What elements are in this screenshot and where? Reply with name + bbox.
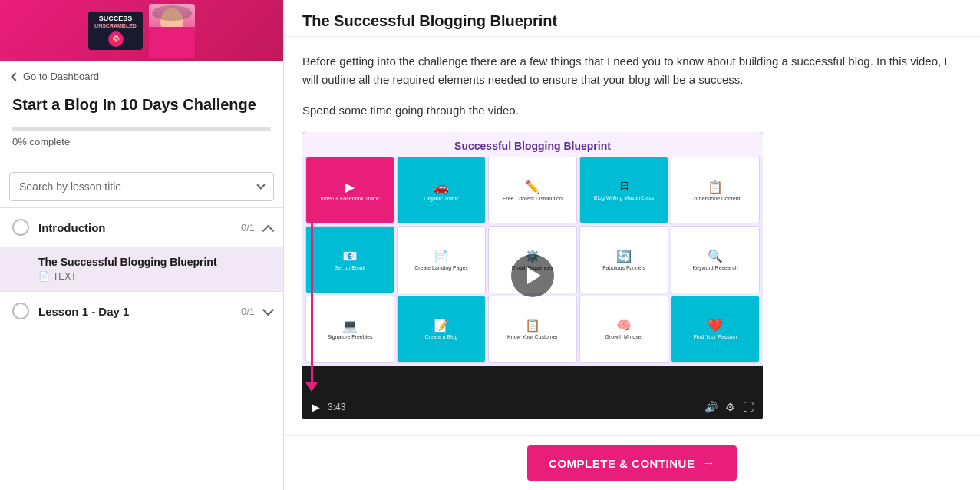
cell-know-customer: 📋 Know Your Customer [488,296,577,363]
complete-button-bar: COMPLETE & CONTINUE → [284,435,980,490]
cell-blog-label: Create a Blog [425,334,458,339]
red-arrow-head-icon [305,382,318,392]
banner-logo: SUCCESS UNSCRAMBLED 🎯 [88,12,143,49]
cell-blog-icon: 📝 [434,318,449,333]
cell-free-content-label: Free Content Distribution [503,196,563,201]
progress-bar-track [12,127,271,131]
content-page-title: The Successful Blogging Blueprint [302,12,962,30]
back-link-label: Go to Dashboard [23,71,99,82]
cell-customer-icon: 📋 [525,318,540,333]
dropdown-arrow-icon [256,180,265,189]
logo-unscrambled-text: UNSCRAMBLED [94,23,137,29]
section-introduction-header[interactable]: Introduction 0/1 [0,208,283,247]
video-play-button[interactable]: ▶ [312,401,320,413]
cell-funnels: 🔄 Fabulous Funnels [579,226,668,293]
cell-funnels-label: Fabulous Funnels [602,265,645,270]
cell-search-icon: 🔍 [708,249,723,263]
cell-video-facebook: ▶ Video + Facebook Traffic [305,157,394,223]
cell-setup-email: 📧 Set up Email [305,226,394,293]
cell-email-icon: 📧 [342,249,358,263]
cell-funnel-icon: 🔄 [616,249,632,263]
cell-clipboard-icon: 📋 [708,180,723,194]
banner-character-image [149,4,195,58]
cell-blog-writing-label: Blog Writing MasterClass [594,195,654,200]
cell-video-label: Video + Facebook Traffic [320,196,379,201]
cell-email-label: Set up Email [335,265,365,270]
red-arrow-line [311,157,313,382]
logo-circle-icon: 🎯 [108,31,124,47]
lesson-blueprint-type: 📄 TEXT [38,271,271,282]
cell-cornerstone: 📋 Cornerstone Content [671,157,760,223]
doc-icon: 📄 [38,271,50,282]
video-player: Successful Blogging Blueprint ▶ Video + … [302,132,763,419]
search-placeholder-text: Search by lesson title [19,180,121,193]
section-lesson1: Lesson 1 - Day 1 0/1 [0,291,283,330]
section-introduction-radio [12,219,29,236]
cell-keyword-research: 🔍 Keyword Research [671,226,760,293]
video-thumbnail: ▶ Video + Facebook Traffic 🚗 Organic Tra… [302,157,763,395]
cell-blog-writing: 🖥 Blog Writing MasterClass [579,157,668,223]
content-header: The Successful Blogging Blueprint [284,0,980,37]
cell-mindset-label: Growth Mindset [605,334,642,339]
cell-passion-label: Find Your Passion [694,334,737,339]
lesson-item-blueprint[interactable]: The Successful Blogging Blueprint 📄 TEXT [0,247,283,291]
red-arrow-decoration [305,157,318,395]
complete-continue-button[interactable]: COMPLETE & CONTINUE → [527,445,737,481]
video-fullscreen-icon[interactable]: ⛶ [743,401,754,413]
cell-monitor-icon: 🖥 [618,180,630,194]
section-introduction-count: 0/1 [241,222,255,233]
cell-play-icon: ▶ [345,180,355,194]
logo-success-text: SUCCESS [94,15,137,23]
section-introduction-title: Introduction [38,221,105,234]
video-settings-icon[interactable]: ⚙ [725,401,735,413]
cell-free-content: ✏️ Free Content Distribution [488,157,577,223]
main-content: The Successful Blogging Blueprint Before… [284,0,980,490]
cell-landing-pages: 📄 Create Landing Pages [397,226,486,293]
cell-keyword-label: Keyword Research [692,265,737,270]
lesson-search-dropdown[interactable]: Search by lesson title [9,172,274,201]
character-body [149,27,195,58]
video-controls: ▶ 3:43 🔊 ⚙ ⛶ [302,395,763,419]
cell-freebies: 💻 Signature Freebies [305,296,394,363]
section-introduction: Introduction 0/1 The Successful Blogging… [0,207,283,291]
progress-text: 0% complete [12,136,271,147]
video-volume-icon[interactable]: 🔊 [704,401,718,413]
section-lesson1-header[interactable]: Lesson 1 - Day 1 0/1 [0,292,283,330]
sidebar: SUCCESS UNSCRAMBLED 🎯 Go to Dashboard St… [0,0,284,490]
back-chevron-icon [11,72,19,81]
content-paragraph-2: Spend some time going through the video. [302,101,962,120]
complete-button-label: COMPLETE & CONTINUE [549,457,695,470]
cell-organic-traffic: 🚗 Organic Traffic [397,157,486,223]
section-lesson1-chevron-down-icon [264,308,271,315]
section-lesson1-radio [12,303,29,319]
cell-car-icon: 🚗 [434,180,449,194]
cell-brain-icon: 🧠 [616,318,632,333]
section-introduction-chevron-up-icon [264,224,271,231]
back-to-dashboard-link[interactable]: Go to Dashboard [0,61,283,91]
section-lesson1-count: 0/1 [241,306,255,317]
play-triangle-icon [527,267,541,284]
video-timestamp: 3:43 [328,402,345,412]
cell-cornerstone-label: Cornerstone Content [691,196,741,201]
cell-growth-mindset: 🧠 Growth Mindset [579,296,668,363]
search-container: Search by lesson title [0,166,283,207]
progress-section: 0% complete [12,127,271,147]
video-play-overlay[interactable] [511,254,554,297]
cell-pencil-icon: ✏️ [525,180,540,194]
cell-doc-icon: 📄 [434,249,449,263]
video-controls-icons: 🔊 ⚙ ⛶ [704,401,754,413]
cell-freebies-label: Signature Freebies [327,334,372,339]
video-blueprint-title: Successful Blogging Blueprint [302,132,763,157]
lesson-list: Introduction 0/1 The Successful Blogging… [0,207,283,490]
complete-arrow-icon: → [702,456,715,470]
section-introduction-left: Introduction [12,219,105,236]
content-body: Before getting into the challenge there … [284,37,980,435]
lesson-blueprint-title: The Successful Blogging Blueprint [38,256,271,268]
cell-heart-icon: ❤️ [708,318,723,333]
cell-customer-label: Know Your Customer [507,334,558,339]
content-paragraph-1: Before getting into the challenge there … [302,52,962,89]
course-title: Start a Blog In 10 Days Challenge [12,94,271,114]
section-lesson1-left: Lesson 1 - Day 1 [12,303,129,319]
lesson-blueprint-type-label: TEXT [53,271,77,282]
section-lesson1-title: Lesson 1 - Day 1 [38,305,129,318]
